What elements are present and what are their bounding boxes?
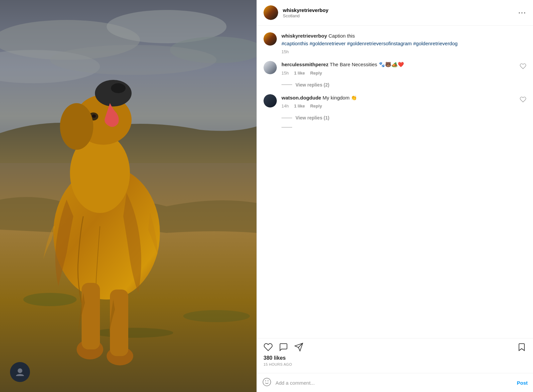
action-icons — [264, 342, 526, 352]
post-header: whiskyretrieverboy Scotland ··· — [257, 0, 533, 26]
svg-point-17 — [60, 103, 93, 150]
more-options-button[interactable]: ··· — [518, 9, 526, 16]
watson-username[interactable]: watson.dogdude — [281, 95, 321, 100]
hercules-view-replies[interactable]: View replies (2) — [281, 82, 526, 88]
comment-row-hercules: herculessmithperez The Bare Necessities … — [264, 61, 526, 76]
watson-time: 14h — [281, 103, 289, 108]
comments-area[interactable]: whiskyretrieverboy Caption this #caption… — [257, 26, 533, 338]
svg-rect-20 — [82, 283, 100, 349]
share-button[interactable] — [294, 342, 303, 352]
hercules-text: herculessmithperez The Bare Necessities … — [281, 61, 526, 69]
hercules-avatar[interactable] — [264, 61, 277, 74]
svg-point-8 — [93, 328, 173, 338]
right-panel: whiskyretrieverboy Scotland ··· whiskyre… — [257, 0, 533, 392]
watson-text: watson.dogdude My kingdom 👏 — [281, 94, 526, 102]
hercules-heart-button[interactable] — [520, 63, 526, 71]
more-comments-indicator — [281, 127, 292, 127]
caption-text: whiskyretrieverboy Caption this #caption… — [281, 32, 526, 47]
caption-time: 15h — [281, 49, 289, 54]
hercules-username[interactable]: herculessmithperez — [281, 62, 328, 67]
hercules-time: 15h — [281, 71, 289, 76]
watson-body: watson.dogdude My kingdom 👏 14h 1 like R… — [281, 94, 526, 109]
emoji-button[interactable] — [262, 377, 271, 388]
header-info: whiskyretrieverboy Scotland — [283, 7, 518, 18]
hercules-comment-text: The Bare Necessities 🐾🐻🏕️❤️ — [328, 62, 404, 67]
comment-input-area: Post — [257, 373, 533, 392]
watson-view-replies[interactable]: View replies (1) — [281, 115, 526, 120]
current-user-avatar — [10, 362, 30, 382]
caption-hashtags[interactable]: #captionthis #goldenretriever #goldenret… — [281, 41, 458, 46]
comment-button[interactable] — [279, 342, 288, 352]
svg-point-9 — [183, 310, 250, 322]
view-replies-text-hercules[interactable]: View replies (2) — [295, 82, 329, 88]
watson-likes: 1 like — [294, 103, 305, 108]
svg-point-13 — [95, 80, 132, 106]
hercules-body: herculessmithperez The Bare Necessities … — [281, 61, 526, 76]
view-replies-text-watson[interactable]: View replies (1) — [295, 115, 329, 120]
svg-rect-21 — [110, 290, 128, 356]
post-author-avatar[interactable] — [264, 5, 278, 20]
save-button[interactable] — [517, 342, 526, 352]
watson-reply-button[interactable]: Reply — [310, 103, 322, 108]
post-image — [0, 0, 257, 392]
hercules-reply-button[interactable]: Reply — [310, 71, 322, 76]
svg-point-22 — [18, 368, 22, 373]
watson-avatar[interactable] — [264, 94, 277, 107]
comment-row-watson: watson.dogdude My kingdom 👏 14h 1 like R… — [264, 94, 526, 109]
view-replies-line — [281, 85, 292, 85]
caption-main-text: Caption this — [327, 33, 355, 39]
watson-heart-button[interactable] — [520, 96, 526, 104]
caption-author-avatar[interactable] — [264, 32, 277, 46]
likes-count: 380 likes — [264, 355, 526, 361]
view-replies-line-2 — [281, 118, 292, 118]
post-author-username[interactable]: whiskyretrieverboy — [283, 7, 518, 13]
watson-comment-text: My kingdom 👏 — [321, 95, 357, 100]
svg-point-25 — [263, 378, 270, 386]
hercules-meta: 15h 1 like Reply — [281, 71, 526, 76]
svg-point-7 — [23, 293, 77, 306]
hercules-likes: 1 like — [294, 71, 305, 76]
action-bar: 380 likes 15 HOURS AGO — [257, 338, 533, 373]
svg-point-16 — [92, 114, 96, 118]
post-location: Scotland — [283, 13, 518, 18]
post-comment-button[interactable]: Post — [517, 380, 528, 386]
caption-body: whiskyretrieverboy Caption this #caption… — [281, 32, 526, 54]
caption-meta: 15h — [281, 49, 526, 54]
like-button[interactable] — [264, 342, 273, 352]
comment-input[interactable] — [275, 380, 513, 386]
svg-point-14 — [111, 83, 126, 93]
post-time: 15 HOURS AGO — [264, 362, 526, 366]
caption-username[interactable]: whiskyretrieverboy — [281, 33, 327, 39]
watson-meta: 14h 1 like Reply — [281, 103, 526, 108]
svg-point-5 — [50, 45, 217, 75]
action-icons-left — [264, 342, 303, 352]
caption-row: whiskyretrieverboy Caption this #caption… — [264, 32, 526, 54]
